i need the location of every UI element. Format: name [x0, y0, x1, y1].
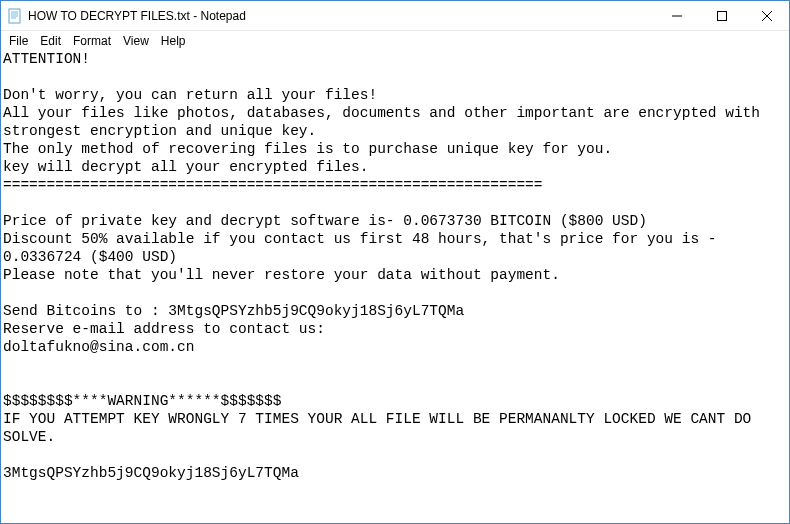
titlebar[interactable]: HOW TO DECRYPT FILES.txt - Notepad	[1, 1, 789, 31]
maximize-icon	[717, 11, 727, 21]
notepad-icon	[7, 8, 23, 24]
notepad-window: HOW TO DECRYPT FILES.txt - Notepad File …	[0, 0, 790, 524]
close-icon	[762, 11, 772, 21]
menu-view[interactable]: View	[117, 33, 155, 49]
menu-format[interactable]: Format	[67, 33, 117, 49]
maximize-button[interactable]	[699, 1, 744, 30]
window-title: HOW TO DECRYPT FILES.txt - Notepad	[28, 9, 654, 23]
close-button[interactable]	[744, 1, 789, 30]
menu-edit[interactable]: Edit	[34, 33, 67, 49]
minimize-icon	[672, 11, 682, 21]
svg-rect-6	[717, 11, 726, 20]
window-controls	[654, 1, 789, 30]
minimize-button[interactable]	[654, 1, 699, 30]
menubar: File Edit Format View Help	[1, 31, 789, 50]
menu-file[interactable]: File	[3, 33, 34, 49]
text-area[interactable]: ATTENTION! Don't worry, you can return a…	[1, 50, 789, 523]
menu-help[interactable]: Help	[155, 33, 192, 49]
